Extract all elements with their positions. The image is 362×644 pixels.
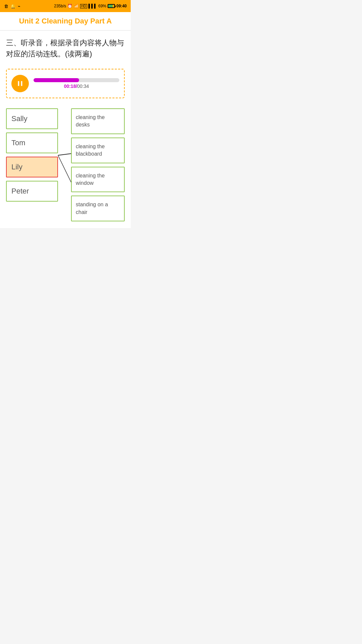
connector-lines-svg [58,108,71,236]
name-peter[interactable]: Peter [6,181,58,202]
activity-standing-chair[interactable]: standing on a chair [71,196,125,221]
bell-icon: 🔔 [10,4,16,9]
status-right: 235b/s ⏰ 📶 HD ▌▌▌ 69% 09:40 [54,4,127,8]
network-speed: 235b/s [54,4,66,8]
total-time-display: 00:34 [77,84,89,89]
page-header: Unit 2 Cleaning Day Part A [0,12,131,31]
battery-icon [108,4,115,8]
page-title: Unit 2 Cleaning Day Part A [3,17,127,25]
instruction-text: 三、听录音，根据录音内容将人物与对应的活动连线。(读两遍) [6,37,125,59]
current-time-display: 00:18/ [64,84,77,89]
names-column: Sally Tom Lily Peter [6,108,58,202]
connector-area [58,108,71,221]
activities-column: cleaning the desks cleaning the blackboa… [71,108,125,221]
signal-icon: ▌▌▌ [88,4,97,8]
svg-rect-0 [18,81,19,86]
activity-cleaning-desks[interactable]: cleaning the desks [71,108,125,134]
hd-badge: HD [80,4,87,8]
current-time: 09:40 [116,4,127,8]
pause-icon [16,80,24,87]
trash-icon: 🗑 [4,4,8,9]
progress-bar-container[interactable] [34,78,119,82]
svg-line-2 [58,154,71,155]
name-lily[interactable]: Lily [6,157,58,177]
audio-player: 00:18/00:34 [6,69,125,98]
name-tom[interactable]: Tom [6,132,58,153]
activity-cleaning-blackboard[interactable]: cleaning the blackboard [71,138,125,163]
audio-progress-wrap: 00:18/00:34 [34,78,119,89]
progress-time: 00:18/00:34 [34,84,119,89]
svg-rect-1 [21,81,22,86]
progress-bar-fill [34,78,79,82]
status-bar: 🗑 🔔 ⌁ 235b/s ⏰ 📶 HD ▌▌▌ 69% 09:40 [0,0,131,12]
wifi-icon: 📶 [74,4,79,8]
main-content: 三、听录音，根据录音内容将人物与对应的活动连线。(读两遍) 00:18/00:3… [0,31,131,228]
battery-level: 69% [98,4,106,8]
status-left: 🗑 🔔 ⌁ [4,4,20,9]
pause-button[interactable] [11,75,29,92]
svg-line-3 [58,155,71,182]
activity-cleaning-window[interactable]: cleaning the window [71,167,125,193]
clock-icon: ⏰ [67,4,72,8]
usb-icon: ⌁ [18,4,20,9]
name-sally[interactable]: Sally [6,108,58,129]
matching-area: Sally Tom Lily Peter cleaning the desks … [6,108,125,221]
